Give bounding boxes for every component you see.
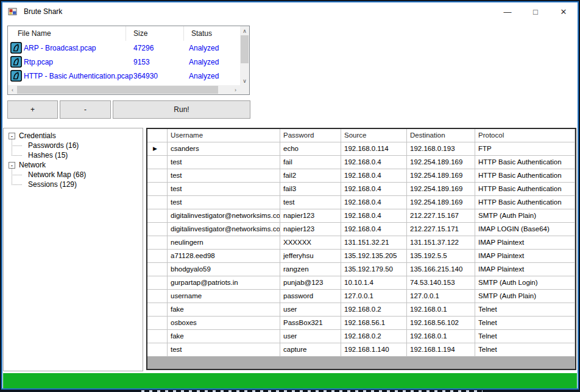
grid-cell[interactable]: 192.168.0.114 (341, 142, 407, 156)
grid-row-header[interactable] (147, 236, 168, 250)
grid-column-header[interactable]: Password (280, 129, 341, 142)
grid-cell[interactable]: 192.168.0.4 (341, 223, 407, 236)
grid-cell[interactable]: 192.254.189.169 (407, 169, 475, 183)
grid-row-header[interactable] (147, 156, 168, 169)
grid-row[interactable]: osboxesPassBox321192.168.56.1192.168.56.… (147, 317, 575, 330)
grid-row[interactable]: testfail2192.168.0.4192.254.189.169HTTP … (147, 169, 575, 183)
grid-cell[interactable]: Telnet (475, 343, 575, 357)
grid-row-header[interactable] (147, 317, 168, 330)
grid-cell[interactable]: 192.168.0.2 (341, 303, 407, 317)
grid-cell[interactable]: SMTP (Auth Login) (475, 276, 575, 290)
grid-row[interactable]: fakeuser192.168.0.2192.168.0.1Telnet (147, 330, 575, 343)
grid-row-header[interactable] (147, 330, 168, 343)
grid-cell[interactable]: 212.227.15.171 (407, 223, 475, 236)
add-file-button[interactable]: + (7, 100, 58, 119)
column-header-file-name[interactable]: File Name (8, 26, 126, 41)
grid-row-header[interactable] (147, 276, 168, 290)
grid-cell[interactable]: PassBox321 (280, 317, 341, 330)
grid-cell[interactable]: osboxes (168, 317, 280, 330)
grid-cell[interactable]: 127.0.0.1 (341, 290, 407, 303)
file-row[interactable]: ARP - Broadcast.pcap47296Analyzed (8, 41, 240, 55)
grid-row-header[interactable] (147, 209, 168, 223)
grid-cell[interactable]: capture (280, 343, 341, 357)
grid-row[interactable]: fakeuser192.168.0.2192.168.0.1Telnet (147, 303, 575, 317)
scroll-right-icon[interactable]: › (231, 85, 240, 94)
grid-cell[interactable]: fail2 (280, 169, 341, 183)
remove-file-button[interactable]: - (60, 100, 111, 119)
grid-cell[interactable]: IMAP LOGIN (Base64) (475, 223, 575, 236)
grid-row[interactable]: digitalinvestigator@networksims.comnapie… (147, 223, 575, 236)
file-row[interactable]: Rtp.pcap9153Analyzed (8, 55, 240, 69)
grid-cell[interactable]: test (168, 156, 280, 169)
grid-row[interactable]: testtest192.168.0.4192.254.189.169HTTP B… (147, 196, 575, 209)
run-button[interactable]: Run! (113, 100, 250, 119)
grid-row[interactable]: usernamepassword127.0.0.1127.0.0.1SMTP (… (147, 290, 575, 303)
grid-row[interactable]: testfail3192.168.0.4192.254.189.169HTTP … (147, 183, 575, 196)
grid-row-header[interactable] (147, 183, 168, 196)
grid-cell[interactable]: Telnet (475, 330, 575, 343)
grid-cell[interactable]: FTP (475, 142, 575, 156)
grid-cell[interactable]: 135.192.179.50 (341, 263, 407, 276)
grid-cell[interactable]: punjab@123 (280, 276, 341, 290)
grid-cell[interactable]: neulingern (168, 236, 280, 250)
grid-cell[interactable]: 192.168.0.2 (341, 330, 407, 343)
grid-cell[interactable]: username (168, 290, 280, 303)
grid-cell[interactable]: user (280, 303, 341, 317)
grid-cell[interactable]: fake (168, 330, 280, 343)
tree-item-credentials[interactable]: -Credentials (4, 131, 143, 141)
grid-row[interactable]: neulingernXXXXXX131.151.32.21131.151.37.… (147, 236, 575, 250)
grid-row[interactable]: testfail192.168.0.4192.254.189.169HTTP B… (147, 156, 575, 169)
tree-item-network[interactable]: -Network (4, 160, 143, 170)
grid-cell[interactable]: IMAP Plaintext (475, 263, 575, 276)
grid-column-header[interactable]: Source (341, 129, 407, 142)
grid-cell[interactable]: 192.168.0.4 (341, 209, 407, 223)
grid-cell[interactable]: 74.53.140.153 (407, 276, 475, 290)
grid-cell[interactable]: 10.10.1.4 (341, 276, 407, 290)
scroll-up-icon[interactable]: ∧ (240, 26, 249, 35)
grid-cell[interactable]: 131.151.37.122 (407, 236, 475, 250)
grid-cell[interactable]: password (280, 290, 341, 303)
grid-cell[interactable]: 135.192.5.5 (407, 250, 475, 263)
tree-item-network-map-68[interactable]: Network Map (68) (4, 170, 143, 180)
grid-cell[interactable]: IMAP Plaintext (475, 250, 575, 263)
grid-cell[interactable]: digitalinvestigator@networksims.com (168, 223, 280, 236)
grid-row-header[interactable] (147, 169, 168, 183)
grid-column-header[interactable]: Destination (407, 129, 475, 142)
grid-column-header[interactable]: Protocol (475, 129, 575, 142)
grid-cell[interactable]: bhodgyalo59 (168, 263, 280, 276)
grid-cell[interactable]: napier123 (280, 209, 341, 223)
scroll-down-icon[interactable]: ∨ (240, 76, 249, 85)
grid-cell[interactable]: 192.254.189.169 (407, 196, 475, 209)
grid-cell[interactable]: 131.151.32.21 (341, 236, 407, 250)
grid-cell[interactable]: gurpartap@patriots.in (168, 276, 280, 290)
grid-cell[interactable]: 212.227.15.167 (407, 209, 475, 223)
grid-cell[interactable]: fake (168, 303, 280, 317)
grid-cell[interactable]: fail3 (280, 183, 341, 196)
grid-row-header[interactable] (147, 250, 168, 263)
grid-cell[interactable]: test (168, 196, 280, 209)
grid-cell[interactable]: SMTP (Auth Plain) (475, 290, 575, 303)
grid-cell[interactable]: test (168, 183, 280, 196)
grid-cell[interactable]: 135.192.135.205 (341, 250, 407, 263)
grid-cell[interactable]: 127.0.0.1 (407, 290, 475, 303)
grid-cell[interactable]: Telnet (475, 317, 575, 330)
grid-cell[interactable]: 192.168.56.1 (341, 317, 407, 330)
grid-cell[interactable]: 192.168.0.193 (407, 142, 475, 156)
grid-cell[interactable]: XXXXXX (280, 236, 341, 250)
horizontal-scrollbar[interactable]: ‹ › (8, 85, 240, 94)
grid-cell[interactable]: rangzen (280, 263, 341, 276)
grid-row-header[interactable] (147, 290, 168, 303)
grid-cell[interactable]: 192.254.189.169 (407, 183, 475, 196)
file-row[interactable]: HTTP - Basic Authentication.pcap364930An… (8, 69, 240, 83)
grid-row-header[interactable] (147, 196, 168, 209)
grid-cell[interactable]: csanders (168, 142, 280, 156)
grid-cell[interactable]: HTTP Basic Authentication (475, 196, 575, 209)
grid-cell[interactable]: HTTP Basic Authentication (475, 169, 575, 183)
column-header-size[interactable]: Size (126, 26, 184, 41)
tree-item-sessions-129[interactable]: Sessions (129) (4, 180, 143, 189)
grid-cell[interactable]: a71128.eed98 (168, 250, 280, 263)
maximize-icon[interactable]: □ (522, 2, 550, 21)
grid-cell[interactable]: user (280, 330, 341, 343)
grid-cell[interactable]: echo (280, 142, 341, 156)
grid-cell[interactable]: test (168, 343, 280, 357)
